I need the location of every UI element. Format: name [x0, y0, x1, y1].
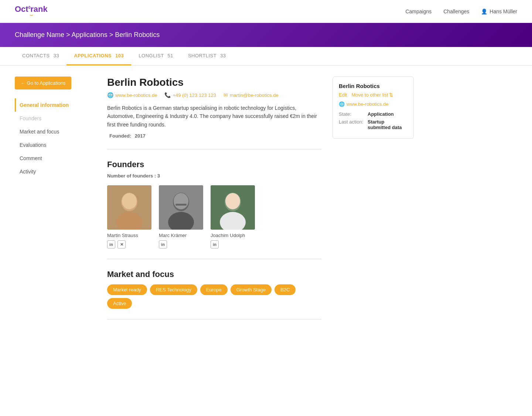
- divider-3: [107, 319, 321, 319]
- sort-icon: ⇅: [389, 92, 393, 98]
- founder-avatar-2: [159, 185, 203, 230]
- go-back-button[interactable]: ← Go to Applications: [15, 77, 71, 89]
- founder-avatar-3: [211, 185, 255, 230]
- nav-challenges[interactable]: Challenges: [443, 9, 469, 14]
- last-action-value: Startup submitted data: [368, 119, 407, 130]
- company-founded: Founded: 2017: [107, 133, 321, 139]
- tag-market-ready[interactable]: Market ready: [107, 284, 147, 295]
- xing-icon-1[interactable]: ✕: [117, 240, 126, 248]
- globe-icon-2: 🌐: [339, 101, 345, 107]
- tag-res-technology[interactable]: RES Technology: [150, 284, 197, 295]
- info-state-row: State: Application: [339, 111, 407, 117]
- breadcrumb: Challenge Name > Applications > Berlin R…: [15, 31, 160, 38]
- logo[interactable]: Oct0rank ⌣: [15, 4, 48, 18]
- linkedin-icon-3[interactable]: in: [211, 240, 219, 248]
- company-email[interactable]: ✉ martin@be-robotics.de: [224, 92, 279, 98]
- sidebar-item-general[interactable]: General information: [15, 98, 96, 112]
- founders-title: Founders: [107, 160, 321, 169]
- tag-europe[interactable]: Europe: [200, 284, 228, 295]
- founder-links-2: in: [159, 240, 167, 248]
- nav-campaigns[interactable]: Campaigns: [405, 9, 432, 14]
- svg-point-3: [122, 193, 137, 209]
- tab-longlist[interactable]: LONGLIST 51: [131, 47, 181, 65]
- linkedin-icon-1[interactable]: in: [107, 240, 115, 248]
- edit-link[interactable]: Edit: [339, 92, 347, 98]
- main-layout: ← Go to Applications General information…: [0, 65, 532, 341]
- state-label: State:: [339, 111, 365, 117]
- founder-name-1: Martin Strauss: [107, 233, 138, 238]
- founders-grid: Martin Strauss in ✕ Marc Kr: [107, 185, 321, 248]
- founder-name-3: Joachim Udolph: [211, 233, 245, 238]
- info-card-url[interactable]: 🌐 www.be-robotics.de: [339, 101, 407, 107]
- info-card-actions: Edit Move to other list ⇅: [339, 92, 407, 98]
- email-icon: ✉: [224, 92, 228, 98]
- divider-1: [107, 149, 321, 149]
- state-value: Application: [368, 111, 394, 117]
- market-tags: Market ready RES Technology Europe Growt…: [107, 284, 321, 309]
- tag-b2c[interactable]: B2C: [274, 284, 296, 295]
- market-title: Market and focus: [107, 270, 321, 279]
- founder-card-1: Martin Strauss in ✕: [107, 185, 151, 248]
- founder-links-1: in ✕: [107, 240, 126, 248]
- user-name: Hans Müller: [490, 9, 517, 14]
- sidebar-item-market[interactable]: Market and focus: [15, 125, 96, 138]
- info-card-title: Berlin Robotics: [339, 83, 407, 89]
- company-name: Berlin Robotics: [107, 77, 321, 88]
- last-action-label: Last action:: [339, 119, 365, 130]
- sidebar-item-comment[interactable]: Comment: [15, 152, 96, 165]
- user-icon: 👤: [481, 9, 487, 14]
- founder-links-3: in: [211, 240, 219, 248]
- company-phone[interactable]: 📞 +49 (0) 123 123 123: [164, 92, 216, 98]
- founder-name-2: Marc Krämer: [159, 233, 187, 238]
- founder-card-2: Marc Krämer in: [159, 185, 203, 248]
- tag-active[interactable]: Active: [107, 298, 132, 309]
- nav-links: Campaigns Challenges 👤 Hans Müller: [405, 9, 517, 14]
- info-card: Berlin Robotics Edit Move to other list …: [332, 77, 414, 139]
- svg-point-7: [174, 193, 188, 209]
- globe-icon: 🌐: [107, 92, 113, 98]
- sidebar-item-evaluations[interactable]: Evaluations: [15, 138, 96, 152]
- breadcrumb-banner: Challenge Name > Applications > Berlin R…: [0, 23, 532, 47]
- company-contacts: 🌐 www.be-robotics.de 📞 +49 (0) 123 123 1…: [107, 92, 321, 98]
- tab-applications[interactable]: APPLICATIONS 103: [66, 47, 131, 65]
- sidebar-item-founders: Founders: [15, 112, 96, 125]
- nav-user[interactable]: 👤 Hans Müller: [481, 9, 517, 14]
- founder-card-3: Joachim Udolph in: [211, 185, 255, 248]
- sidebar-item-activity[interactable]: Activity: [15, 165, 96, 178]
- company-website[interactable]: 🌐 www.be-robotics.de: [107, 92, 157, 98]
- sidebar-nav: General information Founders Market and …: [15, 98, 96, 178]
- svg-rect-8: [175, 204, 187, 206]
- divider-2: [107, 259, 321, 259]
- info-last-action-row: Last action: Startup submitted data: [339, 119, 407, 130]
- svg-point-12: [225, 193, 240, 209]
- move-link[interactable]: Move to other list ⇅: [351, 92, 393, 98]
- tab-contacts[interactable]: CONTACTS 33: [15, 47, 66, 65]
- content-area: Berlin Robotics 🌐 www.be-robotics.de 📞 +…: [107, 77, 321, 330]
- founder-avatar-1: [107, 185, 151, 230]
- top-nav: Oct0rank ⌣ Campaigns Challenges 👤 Hans M…: [0, 0, 532, 23]
- founders-count: Number of founders : 3: [107, 173, 321, 179]
- tabs-bar: CONTACTS 33 APPLICATIONS 103 LONGLIST 51…: [0, 47, 532, 65]
- linkedin-icon-2[interactable]: in: [159, 240, 167, 248]
- sidebar: ← Go to Applications General information…: [15, 77, 96, 330]
- company-description: Berlin Robotics is a German startup spec…: [107, 104, 321, 129]
- phone-icon: 📞: [164, 92, 171, 98]
- tag-growth-stage[interactable]: Growth Stage: [231, 284, 272, 295]
- tab-shortlist[interactable]: SHORTLIST 33: [181, 47, 233, 65]
- right-panel: Berlin Robotics Edit Move to other list …: [332, 77, 414, 330]
